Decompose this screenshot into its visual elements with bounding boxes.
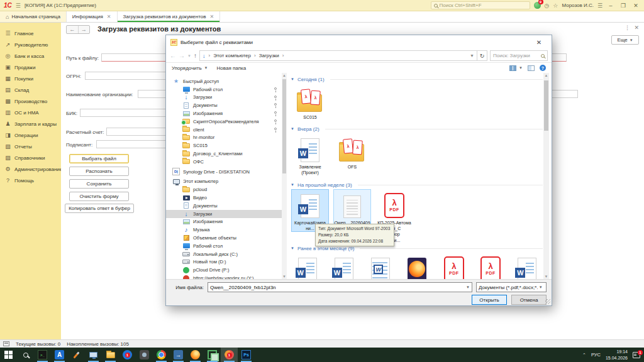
help-icon[interactable]: ? <box>540 65 546 71</box>
taskbar-item-remote-desktop[interactable] <box>85 348 102 362</box>
taskbar-item-explorer[interactable] <box>102 348 119 362</box>
minimize-button[interactable]: – <box>606 3 615 9</box>
resize-grip[interactable] <box>545 299 550 304</box>
main-menu-icon[interactable]: ☰ <box>16 3 21 9</box>
file-item[interactable]: W <box>512 253 543 279</box>
form-close-icon[interactable]: ✕ <box>634 25 639 31</box>
up-icon[interactable]: ↑ <box>194 52 197 59</box>
filename-input[interactable] <box>208 285 464 290</box>
sidebar-item-administration[interactable]: ⚙Администрирование <box>0 163 61 175</box>
tree-item-quick-access[interactable]: Быстрый доступ <box>166 77 282 85</box>
tree-item-pcloud[interactable]: pcloud <box>166 185 282 194</box>
file-item[interactable]: W <box>365 253 396 279</box>
taskbar-item-sharex[interactable] <box>204 348 221 362</box>
clock[interactable]: 19:14 15.04.2026 <box>606 349 628 360</box>
maximize-button[interactable]: ❐ <box>619 3 628 9</box>
dialog-close-icon[interactable]: ✕ <box>531 39 547 46</box>
sidebar-item-help[interactable]: ?Помощь <box>0 175 61 186</box>
tree-item-dogovor[interactable]: Договор_с_Клиентами <box>166 150 282 158</box>
taskbar-item-photoshop[interactable] <box>238 348 255 362</box>
group-header-today[interactable]: ▼Сегодня (1) <box>291 76 543 82</box>
sidebar-item-os-nma[interactable]: ▥ОС и НМА <box>0 107 61 118</box>
tree-item-documents[interactable]: Документы <box>166 101 282 109</box>
chevron-down-icon[interactable]: ▼ <box>464 285 472 289</box>
sidebar-item-sales[interactable]: ▣Продажи <box>0 62 61 73</box>
sidebar-item-main[interactable]: ☰Главное <box>0 28 61 39</box>
refresh-icon[interactable]: ↻ <box>477 50 487 61</box>
notification-center-icon[interactable]: 1 <box>633 352 640 358</box>
scroll-down-icon[interactable]: ▼ <box>282 275 287 278</box>
taskbar-item-cloud[interactable]: 1 <box>119 348 136 362</box>
organize-button[interactable]: Упорядочить▼ <box>172 65 208 71</box>
taskbar-item-1c[interactable]: 1 <box>221 348 238 362</box>
tree-item-music[interactable]: Музыка <box>166 226 282 234</box>
tree-item-disk-c[interactable]: Локальный диск (C:) <box>166 250 282 258</box>
tree-item-disk-d[interactable]: Новый том (D:) <box>166 258 282 266</box>
taskbar-item-paint[interactable] <box>68 348 85 362</box>
user-name[interactable]: Морозов И.С. <box>562 3 593 8</box>
save-button[interactable]: Сохранить <box>69 179 129 189</box>
cancel-button[interactable]: Отмена <box>511 295 547 305</box>
breadcrumb-current[interactable]: Загрузки <box>259 53 279 58</box>
taskbar-item-firefox[interactable] <box>187 348 204 362</box>
tree-item-videos[interactable]: Видео <box>166 194 282 202</box>
tab-close-icon[interactable]: ✕ <box>209 14 214 19</box>
history-icon[interactable]: ◷ <box>545 3 550 9</box>
taskbar-item-file-transfer[interactable] <box>170 348 187 362</box>
sidebar-item-warehouse[interactable]: ▤Склад <box>0 84 61 96</box>
sidebar-item-bank[interactable]: ◎Банк и касса <box>0 50 61 62</box>
breadcrumb-root[interactable]: Этот компьютер <box>213 53 251 58</box>
form-menu-icon[interactable]: ⋮ <box>625 25 630 31</box>
scroll-down-icon[interactable]: ▼ <box>543 275 549 278</box>
tree-item-downloads[interactable]: Загрузки <box>166 94 282 102</box>
tree-scrollbar[interactable]: ▲ ▼ <box>282 73 287 279</box>
file-item[interactable]: W <box>328 253 359 279</box>
tree-item-hr-monitor[interactable]: hr-monitor <box>166 134 282 142</box>
file-item-ofs[interactable]: λλ OFS <box>334 134 370 170</box>
tree-item-this-pc[interactable]: Этот компьютер <box>166 178 282 186</box>
tree-item-script-folder[interactable]: СкриптОпросаРекомендателя <box>166 118 282 126</box>
chevron-down-icon[interactable]: ▼ <box>470 53 474 58</box>
sidebar-item-salary[interactable]: ♟Зарплата и кадры <box>0 118 61 129</box>
start-button[interactable] <box>0 348 17 362</box>
back-icon[interactable]: ← <box>170 52 176 59</box>
tree-item-3d-objects[interactable]: Объемные объекты <box>166 234 282 242</box>
back-icon[interactable]: ← <box>67 26 79 33</box>
tree-item-pictures-pc[interactable]: Изображения <box>166 218 282 226</box>
forward-icon[interactable]: → <box>79 26 90 33</box>
tree-item-documents-pc[interactable]: Документы <box>166 202 282 210</box>
filename-combobox[interactable]: ▼ <box>208 282 472 292</box>
sidebar-item-reports[interactable]: ▧Отчеты <box>0 141 61 152</box>
tree-item-ofs[interactable]: ОФС <box>166 158 282 166</box>
file-item-sc015[interactable]: λλ SC015 <box>292 84 328 120</box>
favorites-icon[interactable]: ☆ <box>553 3 558 9</box>
sidebar-item-manager[interactable]: ↗Руководителю <box>0 39 61 50</box>
close-button[interactable]: ✕ <box>631 3 640 9</box>
sidebar-item-directories[interactable]: ▨Справочники <box>0 152 61 163</box>
tab-home[interactable]: ⌂ Начальная страница <box>0 11 67 22</box>
taskbar-search-button[interactable] <box>17 348 34 362</box>
breadcrumb[interactable]: ↓ › Этот компьютер › Загрузки › ▼ <box>199 50 477 61</box>
notifications-icon[interactable]: 9 <box>534 2 541 9</box>
scroll-up-icon[interactable]: ▲ <box>543 74 549 77</box>
tab-load-requisites[interactable]: Загрузка реквизитов из документов ✕ <box>118 11 221 22</box>
file-item-qwen[interactable]: Qwen__20260409 <box>334 190 370 226</box>
dialog-search-input[interactable]: Поиск: Загрузки <box>490 50 548 61</box>
tray-expand-icon[interactable]: ⌃ <box>582 353 586 358</box>
global-search-input[interactable]: Поиск Ctrl+Shift+F <box>431 1 530 9</box>
taskbar-item-text-editor[interactable] <box>51 348 68 362</box>
sidebar-item-operations[interactable]: ◨Операции <box>0 129 61 141</box>
taskbar-item-camera[interactable] <box>136 348 153 362</box>
sidebar-item-production[interactable]: ▩Производство <box>0 96 61 107</box>
filetype-select[interactable]: Документы (*.pdf;*.docx;*.doc ▼ <box>476 282 547 292</box>
copy-answer-button[interactable]: Копировать ответ в буфер <box>65 204 134 213</box>
clear-form-button[interactable]: Очистить форму <box>69 192 129 201</box>
forward-icon[interactable]: → <box>179 52 185 59</box>
tree-item-desktop[interactable]: Рабочий стол <box>166 85 282 94</box>
new-folder-button[interactable]: Новая папка <box>217 65 247 71</box>
view-mode-button[interactable]: ▼ <box>509 65 523 71</box>
file-item[interactable] <box>475 253 506 279</box>
tree-item-desktop-pc[interactable]: Рабочий стол <box>166 242 282 250</box>
file-item-zayavlenie[interactable]: W Заявление (Проект) <box>292 134 328 175</box>
taskbar-item-terminal[interactable] <box>34 348 51 362</box>
